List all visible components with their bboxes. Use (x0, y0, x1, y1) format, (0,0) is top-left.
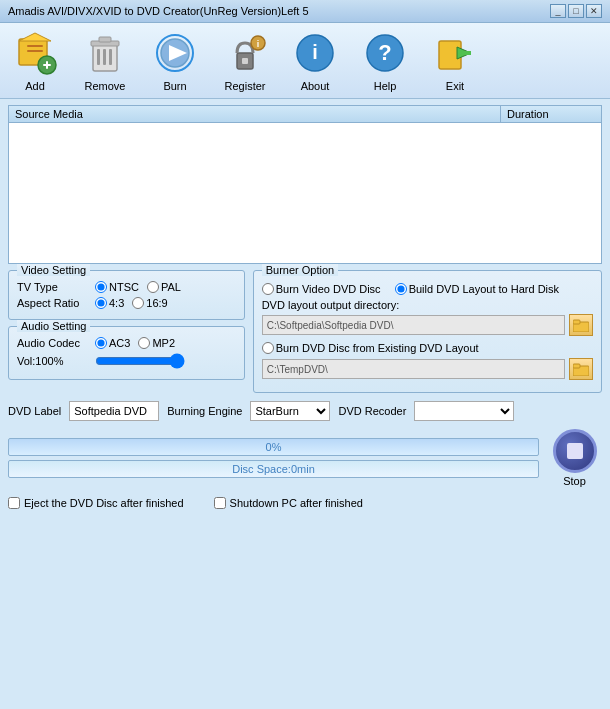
progress-bars: 0% Disc Space:0min (8, 438, 539, 478)
tv-type-label: TV Type (17, 281, 87, 293)
remove-label: Remove (85, 80, 126, 92)
svg-rect-3 (27, 50, 43, 52)
svg-marker-1 (19, 33, 51, 41)
svg-text:i: i (312, 41, 318, 63)
eject-label: Eject the DVD Disc after finished (24, 497, 184, 509)
toolbar-exit[interactable]: Exit (430, 29, 480, 92)
shutdown-checkbox-label[interactable]: Shutdown PC after finished (214, 497, 363, 509)
about-icon: i (291, 29, 339, 77)
svg-text:i: i (257, 39, 260, 49)
source-table-header: Source Media Duration (9, 106, 601, 123)
codec-ac3-option[interactable]: AC3 (95, 337, 130, 349)
register-icon: i (221, 29, 269, 77)
window-title: Amadis AVI/DIVX/XVID to DVD Creator(UnRe… (8, 5, 309, 17)
dvd-label-input[interactable] (69, 401, 159, 421)
burning-engine-text: Burning Engine (167, 405, 242, 417)
burn-video-dvd-label: Burn Video DVD Disc (276, 283, 381, 295)
audio-setting-title: Audio Setting (17, 320, 90, 332)
minimize-button[interactable]: _ (550, 4, 566, 18)
disc-space-bar: Disc Space:0min (8, 460, 539, 478)
eject-checkbox-label[interactable]: Eject the DVD Disc after finished (8, 497, 184, 509)
aspect-ratio-label: Aspect Ratio (17, 297, 87, 309)
burner-option-group: Burner Option Burn Video DVD Disc Build … (253, 270, 602, 393)
toolbar-burn[interactable]: Burn (150, 29, 200, 92)
source-table: Source Media Duration (8, 105, 602, 264)
svg-rect-26 (461, 51, 471, 55)
dvd-recoder-select[interactable] (414, 401, 514, 421)
stop-icon[interactable] (553, 429, 597, 473)
shutdown-checkbox[interactable] (214, 497, 226, 509)
bottom-settings-row: DVD Label Burning Engine StarBurn DVD Re… (8, 399, 602, 423)
aspect-43-option[interactable]: 4:3 (95, 297, 124, 309)
burning-engine-select[interactable]: StarBurn (250, 401, 330, 421)
mp2-label: MP2 (152, 337, 175, 349)
ac3-label: AC3 (109, 337, 130, 349)
toolbar-add[interactable]: Add (10, 29, 60, 92)
burn-icon (151, 29, 199, 77)
build-dvd-layout-option[interactable]: Build DVD Layout to Hard Disk (395, 283, 559, 295)
register-label: Register (225, 80, 266, 92)
vol-label: Vol:100% (17, 355, 87, 367)
title-bar-controls: _ □ ✕ (550, 4, 602, 18)
dvd-label-text: DVD Label (8, 405, 61, 417)
existing-dir-input[interactable] (262, 359, 565, 379)
aspect-169-option[interactable]: 16:9 (132, 297, 167, 309)
video-setting-title: Video Setting (17, 264, 90, 276)
ntsc-label: NTSC (109, 281, 139, 293)
burn-existing-option[interactable]: Burn DVD Disc from Existing DVD Layout (262, 342, 479, 354)
stop-square (567, 443, 583, 459)
codec-label: Audio Codec (17, 337, 87, 349)
shutdown-label: Shutdown PC after finished (230, 497, 363, 509)
add-label: Add (25, 80, 45, 92)
stop-label: Stop (563, 475, 586, 487)
maximize-button[interactable]: □ (568, 4, 584, 18)
dvd-recoder-text: DVD Recoder (338, 405, 406, 417)
svg-rect-6 (46, 61, 48, 69)
aspect-43-label: 4:3 (109, 297, 124, 309)
dvd-layout-dir-input[interactable] (262, 315, 565, 335)
title-bar: Amadis AVI/DIVX/XVID to DVD Creator(UnRe… (0, 0, 610, 23)
toolbar-register[interactable]: i Register (220, 29, 270, 92)
stop-button[interactable]: Stop (547, 429, 602, 487)
eject-checkbox[interactable] (8, 497, 20, 509)
progress-bar-outer: 0% (8, 438, 539, 456)
disc-space-label: Disc Space:0min (232, 463, 315, 475)
pal-label: PAL (161, 281, 181, 293)
bottom-checkboxes: Eject the DVD Disc after finished Shutdo… (8, 493, 602, 513)
toolbar-about[interactable]: i About (290, 29, 340, 92)
burn-label: Burn (163, 80, 186, 92)
svg-rect-17 (242, 58, 248, 64)
burn-video-dvd-option[interactable]: Burn Video DVD Disc (262, 283, 381, 295)
svg-rect-2 (27, 45, 43, 47)
col-duration-header: Duration (501, 106, 601, 122)
col-media-header: Source Media (9, 106, 501, 122)
video-setting-group: Video Setting TV Type NTSC PAL (8, 270, 245, 320)
toolbar-remove[interactable]: Remove (80, 29, 130, 92)
existing-folder-button[interactable] (569, 358, 593, 380)
close-button[interactable]: ✕ (586, 4, 602, 18)
tv-pal-option[interactable]: PAL (147, 281, 181, 293)
audio-setting-group: Audio Setting Audio Codec AC3 MP2 (8, 326, 245, 380)
about-label: About (301, 80, 330, 92)
help-icon: ? (361, 29, 409, 77)
svg-rect-11 (103, 49, 106, 65)
add-icon (11, 29, 59, 77)
svg-rect-12 (109, 49, 112, 65)
svg-rect-28 (573, 320, 580, 324)
exit-label: Exit (446, 80, 464, 92)
toolbar-help[interactable]: ? Help (360, 29, 410, 92)
exit-icon (431, 29, 479, 77)
remove-icon (81, 29, 129, 77)
svg-rect-10 (97, 49, 100, 65)
progress-percent: 0% (266, 441, 282, 453)
toolbar: Add Remove Burn (0, 23, 610, 99)
codec-mp2-option[interactable]: MP2 (138, 337, 175, 349)
build-dvd-layout-label: Build DVD Layout to Hard Disk (409, 283, 559, 295)
svg-text:?: ? (378, 40, 391, 65)
aspect-169-label: 16:9 (146, 297, 167, 309)
tv-ntsc-option[interactable]: NTSC (95, 281, 139, 293)
volume-slider[interactable] (95, 353, 185, 369)
dvd-layout-folder-button[interactable] (569, 314, 593, 336)
source-table-body[interactable] (9, 123, 601, 263)
burn-existing-label: Burn DVD Disc from Existing DVD Layout (276, 342, 479, 354)
